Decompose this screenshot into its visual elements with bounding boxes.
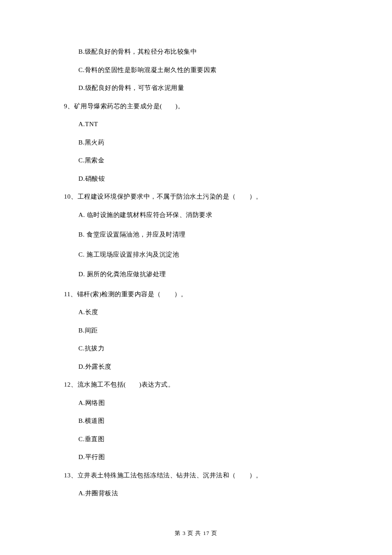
q12-option-d: D.平行图 — [78, 452, 328, 462]
q8-option-d: D.级配良好的骨料，可节省水泥用量 — [78, 83, 328, 93]
q11-option-d: D.外露长度 — [78, 362, 328, 372]
q11-stem: 11、锚杆(索)检测的重要内容是（ ）。 — [64, 289, 328, 299]
page-footer: 第 3 页 共 17 页 — [0, 529, 392, 537]
q9-stem: 9、矿用导爆索药芯的主要成分是( )。 — [64, 101, 328, 111]
q11-option-a: A.长度 — [78, 307, 328, 317]
q12-option-a: A.网络图 — [78, 398, 328, 408]
q13-stem: 13、立井表土特殊施工法包括冻结法、钻井法、沉井法和（ ）。 — [64, 471, 328, 480]
q8-option-c: C.骨料的坚固性是影响混凝土耐久性的重要因素 — [78, 65, 328, 75]
q10-option-c: C. 施工现场应设置排水沟及沉淀池 — [78, 250, 328, 260]
q11-option-c: C.抗拔力 — [78, 344, 328, 353]
q12-stem: 12、流水施工不包括( )表达方式。 — [64, 380, 328, 390]
q9-option-a: A.TNT — [78, 119, 328, 129]
q13-option-a: A.井圈背板法 — [78, 489, 328, 498]
q10-option-a: A. 临时设施的建筑材料应符合环保、消防要求 — [78, 210, 328, 220]
q8-option-b: B.级配良好的骨料，其粒径分布比较集中 — [78, 47, 328, 57]
page-body: B.级配良好的骨料，其粒径分布比较集中 C.骨料的坚固性是影响混凝土耐久性的重要… — [0, 0, 392, 524]
q10-stem: 10、工程建设环境保护要求中，不属于防治水土污染的是（ ）。 — [64, 192, 328, 202]
q10-option-d: D. 厕所的化粪池应做抗渗处理 — [78, 269, 328, 279]
q10-option-b: B. 食堂应设置隔油池，并应及时清理 — [78, 230, 328, 240]
q12-option-c: C.垂直图 — [78, 434, 328, 444]
q12-option-b: B.横道图 — [78, 416, 328, 426]
q9-option-b: B.黑火药 — [78, 138, 328, 147]
q9-option-d: D.硝酸铵 — [78, 174, 328, 184]
q9-option-c: C.黑索金 — [78, 156, 328, 165]
q11-option-b: B.间距 — [78, 326, 328, 335]
